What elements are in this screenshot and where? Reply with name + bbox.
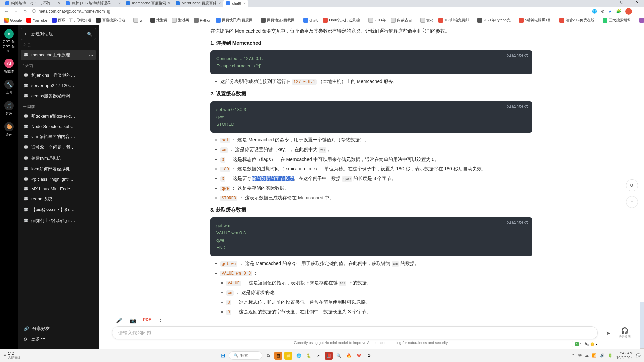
tab-0[interactable]: 纳博纳博（·'）'），不许 --b…× <box>3 0 63 7</box>
bookmark-item[interactable]: 2014年 <box>368 18 386 23</box>
language-indicator[interactable]: 拼 <box>578 353 582 358</box>
chat-item[interactable]: 💬vim 编辑里面的内容 … <box>21 131 96 142</box>
pdf-icon[interactable]: PDF <box>143 317 151 324</box>
reload-button[interactable]: ⟳ <box>23 9 28 14</box>
bookmark-item[interactable]: 西瓜一下，你就知道 <box>52 18 91 23</box>
chat-item[interactable]: 💬MX Linux Mint Ende… <box>21 184 96 194</box>
close-icon[interactable]: × <box>118 1 121 6</box>
chat-item[interactable]: 💬memcache工作原理⋯ <box>21 50 96 60</box>
input-box[interactable] <box>112 326 598 339</box>
lens-icon[interactable]: ⊙ <box>601 9 604 14</box>
share-button[interactable]: 🔗分享好友 <box>23 324 93 334</box>
chat-item[interactable]: 💬kvm如何部署虚拟机 <box>21 164 96 174</box>
chat-item[interactable]: 💬server app2 47.120.… <box>21 81 96 90</box>
bookmark-item[interactable]: 内蒙古自… <box>391 18 416 23</box>
weather-widget[interactable]: ☀ 1°C 大部晴朗 <box>3 351 20 360</box>
more-button[interactable]: ⚙更多 ••• <box>23 334 93 344</box>
close-button[interactable]: ✕ <box>629 0 644 7</box>
bookmark-item[interactable]: 百度搜索-旧站… <box>96 18 129 23</box>
close-icon[interactable]: × <box>168 1 170 6</box>
rail-tools[interactable]: 🔧 工具 <box>4 80 14 95</box>
camera-icon[interactable]: 📷 <box>129 317 136 324</box>
maximize-button[interactable]: ▢ <box>614 0 629 7</box>
profile-icon[interactable] <box>625 8 632 15</box>
bookmark-item[interactable]: 油管-50-免费在线… <box>559 18 598 23</box>
message-input[interactable] <box>118 330 591 336</box>
bookmark-item[interactable]: 泄泄兵 <box>172 18 189 23</box>
app-icon[interactable]: ⚙ <box>365 352 373 360</box>
bookmark-item[interactable]: 网页地查-|目我网… <box>261 18 299 23</box>
voice-icon[interactable]: 🎤 <box>116 317 123 324</box>
app-icon[interactable]: 🔍 <box>335 352 343 360</box>
chevron-down-icon[interactable]: ▾ <box>596 342 597 346</box>
app-icon[interactable]: 🔥 <box>345 352 353 360</box>
close-icon[interactable]: × <box>218 1 221 6</box>
forward-button[interactable]: → <box>13 9 19 14</box>
battery-icon[interactable]: 🔋 <box>608 353 613 358</box>
bookmark-item[interactable]: 泄泄兵 <box>150 18 167 23</box>
bookmark-item[interactable]: Linux的人门拉到操… <box>323 18 364 23</box>
emoji-icon[interactable]: 😊 <box>590 342 594 346</box>
bookmark-item[interactable]: 搭建DevOps流程！… <box>639 18 644 23</box>
rail-ai[interactable]: AI 智能体 <box>4 59 14 74</box>
close-icon[interactable]: × <box>58 1 60 6</box>
bookmark-item[interactable]: 网页快讯库|百度网… <box>216 18 256 23</box>
search-icon[interactable]: 🔍 <box>87 32 92 37</box>
bookmark-item[interactable]: wm <box>133 18 145 23</box>
chat-item[interactable]: 💬Node-Selectors: kub… <box>21 122 96 131</box>
cloud-icon[interactable]: ☁ <box>585 353 589 358</box>
tab-3[interactable]: MemCache 百度百科× <box>173 0 223 7</box>
taskbar-search[interactable]: 🔍搜索 <box>229 351 262 360</box>
start-button[interactable]: ⊞ <box>219 352 227 360</box>
wifi-icon[interactable]: 📶 <box>592 353 597 358</box>
chat-item[interactable]: 💬centos服务器光纤网… <box>21 90 96 101</box>
url-box[interactable]: ⓘ meta.com.chatvgx.com/#/home?from=lg <box>32 9 588 14</box>
tab-1[interactable]: 剑梦 [+0 - 纳博纳博理界第…× <box>63 0 123 7</box>
chat-item[interactable]: 💬请教您一个问题，我… <box>21 142 96 153</box>
bookmark-item[interactable]: 三大搜索引擎… <box>603 18 635 23</box>
chat-item[interactable]: 💬【pic@sssss ~】$ s… <box>21 204 96 215</box>
extensions-icon[interactable]: 🧩 <box>616 9 621 14</box>
new-tab-button[interactable]: + <box>248 0 258 7</box>
translate-icon[interactable]: 🌐 <box>592 9 597 14</box>
bookmark-item[interactable]: 赏材 <box>420 18 434 23</box>
minimize-button[interactable]: — <box>599 0 614 7</box>
bookmark-item[interactable]: 163邮箱免费邮… <box>438 18 473 23</box>
bookmark-item[interactable]: YouTube <box>26 18 47 23</box>
app-icon[interactable]: 🐍 <box>305 352 313 360</box>
ime-badge[interactable]: S 中 英, 😊 ▾ <box>572 341 600 347</box>
volume-icon[interactable]: 🔊 <box>600 353 605 358</box>
chat-item[interactable]: 💬<p class="highlight"… <box>21 174 96 184</box>
bookmark-item[interactable]: Google <box>4 18 22 23</box>
close-icon[interactable]: × <box>243 1 246 6</box>
clock[interactable]: 7:42 AM 10/2/2024 <box>616 351 633 360</box>
headphones-icon[interactable]: 🎧 <box>619 327 631 335</box>
bookmark-item[interactable]: Python <box>194 18 211 23</box>
rail-art[interactable]: 🎨 绘画 <box>4 122 14 137</box>
chat-item[interactable]: 💬那dokerfile和doker-c… <box>21 111 96 122</box>
task-view-icon[interactable]: ⧉ <box>264 352 272 360</box>
app-icon[interactable]: W <box>355 352 363 360</box>
app-icon[interactable]: 📁 <box>284 352 292 360</box>
bookmark-item[interactable]: chat8 <box>303 18 318 23</box>
bookmark-item[interactable]: 5秒钟电脑屏1目… <box>519 18 555 23</box>
bookmark-star-icon[interactable]: ★ <box>608 9 612 14</box>
tab-4[interactable]: chat8× <box>223 0 248 7</box>
new-chat-button[interactable]: + 新建对话组 🔍 <box>21 28 96 40</box>
tray-chevron-icon[interactable]: ⌃ <box>572 353 575 358</box>
refresh-float-button[interactable]: ⟳ <box>626 179 638 191</box>
chrome-icon[interactable]: 🌐 <box>294 352 303 360</box>
menu-icon[interactable]: ⋮ <box>636 9 640 14</box>
more-icon[interactable]: ⋯ <box>89 53 93 58</box>
chat-item[interactable]: 💬git如何上传代码到git… <box>21 215 96 226</box>
chat-item[interactable]: 💬创建kvm虚拟机 <box>21 153 96 164</box>
back-button[interactable]: ← <box>4 9 9 14</box>
scroll-top-button[interactable]: ↑ <box>626 196 638 208</box>
tab-2[interactable]: memcache 百度搜索× <box>123 0 173 7</box>
bookmark-item[interactable]: 2021年Python完… <box>477 18 514 23</box>
app-icon[interactable]: ▦ <box>274 352 282 360</box>
rail-gpt[interactable]: ✦ GPT-4o GPT-4o mini <box>0 29 18 53</box>
notification-icon[interactable]: 💬 <box>636 353 641 358</box>
chat-item[interactable]: 💬redhat系统 <box>21 194 96 204</box>
mic-icon[interactable]: 🎙 <box>158 317 163 324</box>
